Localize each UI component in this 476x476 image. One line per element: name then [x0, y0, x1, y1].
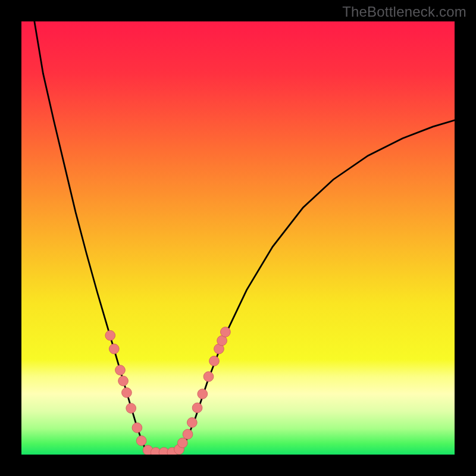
- data-marker: [203, 372, 214, 382]
- data-marker: [136, 436, 146, 446]
- data-marker: [105, 330, 115, 340]
- data-marker: [109, 344, 119, 354]
- chart-overlay: [21, 21, 455, 455]
- curve-left: [35, 21, 152, 452]
- plot-area: [21, 21, 455, 455]
- data-marker: [209, 356, 220, 366]
- data-marker: [177, 438, 187, 448]
- data-marker: [115, 365, 126, 375]
- data-marker: [122, 388, 132, 398]
- data-marker: [221, 327, 231, 337]
- data-marker: [198, 389, 208, 399]
- data-marker: [183, 429, 193, 439]
- marker-group: [105, 327, 230, 455]
- data-marker: [187, 418, 197, 428]
- data-marker: [192, 403, 202, 413]
- outer-frame: TheBottleneck.com: [0, 0, 476, 476]
- data-marker: [126, 403, 136, 414]
- data-marker: [118, 376, 129, 386]
- watermark-text: TheBottleneck.com: [342, 4, 466, 20]
- curve-right: [177, 120, 455, 452]
- data-marker: [132, 422, 142, 433]
